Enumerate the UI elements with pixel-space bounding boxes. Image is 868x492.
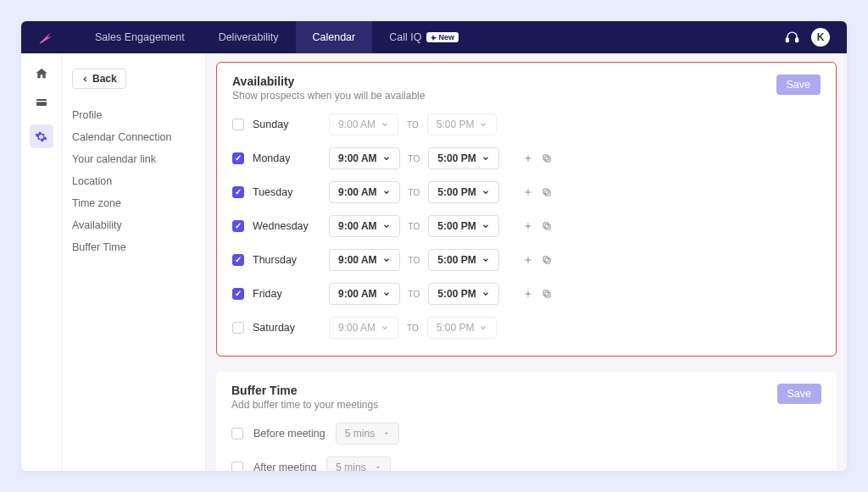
after-meeting-label: After meeting [253, 462, 316, 471]
svg-rect-5 [543, 155, 548, 160]
start-time-select[interactable]: 9:00 AM [329, 283, 400, 305]
before-meeting-select[interactable]: 5 mins [336, 423, 399, 445]
new-badge: New [426, 32, 459, 42]
add-interval-button[interactable] [523, 187, 533, 197]
end-time-select: 5:00 PM [427, 317, 498, 339]
nav-call-iq[interactable]: Call IQ New [372, 21, 476, 53]
svg-rect-8 [545, 224, 550, 229]
home-icon[interactable] [35, 67, 48, 80]
svg-rect-0 [786, 38, 788, 41]
start-time-select: 9:00 AM [329, 113, 398, 135]
svg-rect-3 [36, 101, 47, 102]
day-row-actions [523, 187, 552, 197]
start-time-select[interactable]: 9:00 AM [329, 181, 400, 203]
day-checkbox[interactable] [232, 322, 244, 334]
add-interval-button[interactable] [523, 255, 533, 265]
day-checkbox[interactable] [232, 220, 244, 232]
add-interval-button[interactable] [523, 153, 533, 163]
back-button[interactable]: Back [72, 69, 126, 89]
end-time-select[interactable]: 5:00 PM [428, 215, 498, 237]
card-icon[interactable] [35, 96, 48, 109]
day-row: Tuesday9:00 AMTO5:00 PM [232, 181, 821, 203]
to-label: TO [407, 323, 419, 333]
left-rail [21, 53, 62, 471]
day-checkbox[interactable] [232, 288, 244, 300]
svg-rect-2 [36, 99, 47, 106]
availability-subtitle: Show prospects when you will be availabl… [232, 90, 425, 102]
availability-save-button[interactable]: Save [776, 75, 821, 95]
day-row: Sunday9:00 AMTO5:00 PM [232, 113, 821, 135]
day-row-actions [523, 255, 552, 265]
day-row: Saturday9:00 AMTO5:00 PM [232, 317, 821, 339]
svg-rect-4 [545, 157, 550, 162]
copy-day-button[interactable] [542, 289, 552, 299]
before-meeting-checkbox[interactable] [231, 428, 243, 439]
before-meeting-label: Before meeting [253, 428, 326, 439]
day-name: Saturday [253, 322, 320, 334]
main-content: Availability Show prospects when you wil… [206, 53, 847, 471]
start-time-select[interactable]: 9:00 AM [329, 215, 400, 237]
buffer-subtitle: Add buffer time to your meetings [231, 399, 378, 411]
day-checkbox[interactable] [232, 152, 244, 164]
day-checkbox[interactable] [232, 254, 244, 266]
start-time-select[interactable]: 9:00 AM [329, 147, 400, 169]
day-row-actions [523, 153, 552, 163]
menu-time-zone[interactable]: Time zone [72, 192, 205, 214]
svg-rect-11 [543, 257, 548, 262]
day-checkbox[interactable] [232, 119, 244, 130]
to-label: TO [409, 188, 420, 197]
svg-rect-1 [796, 38, 798, 41]
copy-day-button[interactable] [542, 153, 552, 163]
end-time-select[interactable]: 5:00 PM [428, 249, 498, 271]
after-meeting-checkbox[interactable] [231, 462, 243, 471]
nav-calendar[interactable]: Calendar [296, 21, 373, 53]
availability-card: Availability Show prospects when you wil… [216, 62, 837, 357]
end-time-select[interactable]: 5:00 PM [428, 181, 498, 203]
start-time-select: 9:00 AM [329, 317, 398, 339]
add-interval-button[interactable] [523, 221, 533, 231]
after-meeting-select[interactable]: 5 mins [326, 456, 390, 471]
svg-rect-7 [543, 189, 548, 194]
day-row: Friday9:00 AMTO5:00 PM [232, 283, 821, 305]
day-row: Thursday9:00 AMTO5:00 PM [232, 249, 821, 271]
to-label: TO [407, 120, 419, 130]
end-time-select: 5:00 PM [427, 113, 498, 135]
support-headset-icon[interactable] [785, 30, 799, 45]
menu-your-calendar-link[interactable]: Your calendar link [72, 148, 205, 170]
day-name: Wednesday [253, 220, 320, 232]
menu-calendar-connection[interactable]: Calendar Connection [72, 126, 205, 148]
settings-sidebar: Back Profile Calendar Connection Your ca… [62, 53, 206, 471]
day-name: Sunday [253, 119, 320, 130]
menu-availability[interactable]: Availability [72, 214, 205, 236]
add-interval-button[interactable] [523, 289, 533, 299]
day-row-actions [523, 221, 552, 231]
menu-location[interactable]: Location [72, 170, 205, 192]
svg-rect-12 [545, 292, 550, 297]
nav-deliverability[interactable]: Deliverability [202, 21, 296, 53]
app-logo [38, 30, 53, 45]
day-name: Monday [253, 152, 320, 164]
day-checkbox[interactable] [232, 186, 244, 198]
back-label: Back [92, 73, 117, 85]
copy-day-button[interactable] [542, 221, 552, 231]
top-nav: Sales Engagement Deliverability Calendar… [21, 21, 847, 53]
nav-sales-engagement[interactable]: Sales Engagement [78, 21, 202, 53]
end-time-select[interactable]: 5:00 PM [428, 147, 498, 169]
menu-buffer-time[interactable]: Buffer Time [72, 236, 205, 258]
copy-day-button[interactable] [542, 255, 552, 265]
menu-profile[interactable]: Profile [72, 104, 205, 126]
day-name: Tuesday [253, 186, 320, 198]
day-row: Wednesday9:00 AMTO5:00 PM [232, 215, 821, 237]
copy-day-button[interactable] [542, 187, 552, 197]
buffer-time-card: Buffer Time Add buffer time to your meet… [216, 372, 837, 471]
start-time-select[interactable]: 9:00 AM [329, 249, 400, 271]
nav-call-iq-label: Call IQ [389, 31, 421, 43]
buffer-save-button[interactable]: Save [777, 384, 822, 404]
end-time-select[interactable]: 5:00 PM [428, 283, 498, 305]
day-row: Monday9:00 AMTO5:00 PM [232, 147, 821, 169]
svg-rect-13 [543, 290, 548, 296]
to-label: TO [409, 290, 420, 299]
to-label: TO [409, 256, 420, 265]
settings-icon[interactable] [30, 124, 53, 148]
user-avatar[interactable]: K [811, 28, 830, 47]
